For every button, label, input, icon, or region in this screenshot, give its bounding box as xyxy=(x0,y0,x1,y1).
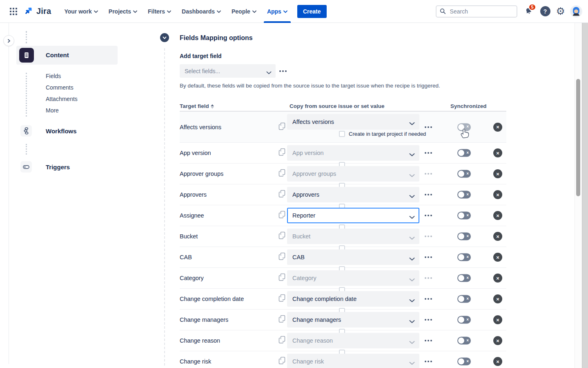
row-more-button[interactable] xyxy=(425,211,432,220)
source-value-select[interactable]: Bucket xyxy=(287,229,419,244)
copy-icon[interactable] xyxy=(278,336,285,346)
copy-icon[interactable] xyxy=(278,148,285,158)
add-target-field-select[interactable]: Select fields... xyxy=(180,64,276,78)
nav-item-your-work[interactable]: Your work xyxy=(60,5,102,18)
remove-field-button[interactable]: × xyxy=(493,169,502,178)
sidebar-subitem-comments[interactable]: Comments xyxy=(46,82,78,93)
copy-icon[interactable] xyxy=(278,294,285,304)
source-value-select[interactable]: Approvers xyxy=(287,187,419,202)
remove-field-button[interactable]: × xyxy=(493,211,502,220)
row-more-button[interactable] xyxy=(425,190,432,200)
row-more-button[interactable] xyxy=(425,357,432,366)
sidebar-item-content[interactable]: Content xyxy=(16,46,118,65)
remove-field-button[interactable]: × xyxy=(493,294,502,303)
synchronized-toggle[interactable]: × xyxy=(457,254,471,261)
remove-field-button[interactable]: × xyxy=(493,274,502,283)
source-value-select[interactable]: Change risk xyxy=(287,354,419,368)
source-value-select[interactable]: Category xyxy=(287,270,419,286)
synchronized-toggle[interactable]: × xyxy=(457,295,471,303)
source-value-select[interactable]: CAB xyxy=(287,249,419,265)
sidebar-expand-button[interactable] xyxy=(3,35,14,46)
synchronized-toggle[interactable]: × xyxy=(457,316,471,324)
copy-icon[interactable] xyxy=(278,122,285,132)
nav-item-projects[interactable]: Projects xyxy=(105,5,141,18)
scrollbar-track[interactable] xyxy=(575,23,582,368)
notifications-button[interactable]: 5 xyxy=(523,6,535,17)
sidebar-subitem-more[interactable]: More xyxy=(46,105,78,116)
source-value-select[interactable]: Change managers xyxy=(287,312,419,328)
nav-item-dashboards[interactable]: Dashboards xyxy=(178,5,225,18)
synchronized-toggle[interactable]: × xyxy=(457,233,471,240)
copy-icon[interactable] xyxy=(278,190,285,200)
row-more-button[interactable] xyxy=(425,169,432,179)
synchronized-toggle[interactable]: × xyxy=(457,358,471,366)
window-edge-strip xyxy=(582,23,588,368)
app-switcher-icon[interactable] xyxy=(7,4,20,18)
nav-item-apps[interactable]: Apps xyxy=(263,5,292,18)
section-collapse-button[interactable] xyxy=(160,33,169,42)
row-more-button[interactable] xyxy=(425,122,432,132)
source-value-select[interactable]: Reporter xyxy=(287,208,419,223)
copy-icon[interactable] xyxy=(278,274,285,283)
search-input[interactable] xyxy=(449,8,513,15)
copy-icon[interactable] xyxy=(278,315,285,325)
column-target-field[interactable]: Target field xyxy=(180,103,214,109)
row-more-button[interactable] xyxy=(425,315,432,325)
help-button[interactable]: ? xyxy=(540,6,550,16)
synchronized-toggle[interactable]: × xyxy=(457,149,471,157)
copy-icon[interactable] xyxy=(278,253,285,262)
sidebar-item-triggers[interactable]: Triggers xyxy=(20,161,32,173)
source-value-select[interactable]: Affects versions xyxy=(287,114,419,130)
scrollbar-thumb[interactable] xyxy=(576,79,580,196)
remove-field-button[interactable]: × xyxy=(493,253,502,262)
synchronized-toggle[interactable]: × xyxy=(457,170,471,178)
remove-field-button[interactable]: × xyxy=(493,232,502,241)
remove-field-button[interactable]: × xyxy=(493,190,502,199)
table-row: Change risk Change risk × × xyxy=(180,351,506,368)
synchronized-toggle[interactable]: × xyxy=(457,212,471,220)
remove-field-button[interactable]: × xyxy=(493,315,502,324)
source-value-select[interactable]: Change completion date xyxy=(287,291,419,307)
checkbox[interactable] xyxy=(339,131,345,137)
synchronized-toggle[interactable]: × xyxy=(457,191,471,199)
nav-item-people[interactable]: People xyxy=(227,5,261,18)
copy-icon[interactable] xyxy=(278,232,285,241)
synchronized-toggle[interactable]: × xyxy=(457,123,471,131)
remove-field-button[interactable]: × xyxy=(493,148,502,157)
toggle-off-x-icon: × xyxy=(466,213,469,218)
row-more-button[interactable] xyxy=(425,252,432,262)
copy-icon[interactable] xyxy=(278,169,285,179)
user-avatar[interactable] xyxy=(571,6,581,17)
remove-field-button[interactable]: × xyxy=(493,123,502,132)
table-row: Change managers Change managers × × xyxy=(180,310,506,330)
add-field-more-button[interactable] xyxy=(279,66,287,76)
toggle-knob xyxy=(458,296,464,302)
table-row: Bucket Bucket × × xyxy=(180,226,506,247)
source-value-select[interactable]: Approver groups xyxy=(287,166,419,182)
row-more-button[interactable] xyxy=(425,336,432,346)
remove-field-button[interactable]: × xyxy=(493,336,502,345)
row-more-button[interactable] xyxy=(425,294,432,304)
synchronized-toggle[interactable]: × xyxy=(457,337,471,345)
search-box[interactable] xyxy=(436,5,517,18)
settings-gear-icon[interactable]: ⚙ xyxy=(556,6,565,16)
select-value: Approver groups xyxy=(292,171,336,177)
sidebar-item-workflows[interactable]: Workflows xyxy=(20,125,32,137)
copy-icon[interactable] xyxy=(278,357,285,366)
meatball-menu-icon xyxy=(425,361,432,362)
synchronized-toggle[interactable]: × xyxy=(457,274,471,282)
remove-field-button[interactable]: × xyxy=(493,357,502,366)
sidebar-subitem-attachments[interactable]: Attachments xyxy=(46,93,78,105)
source-value-select[interactable]: App version xyxy=(287,145,419,161)
jira-logo[interactable]: Jira xyxy=(24,6,51,16)
create-button[interactable]: Create xyxy=(297,5,327,18)
source-value-select[interactable]: Change reason xyxy=(287,333,419,348)
sidebar-subitem-fields[interactable]: Fields xyxy=(46,70,78,82)
row-more-button[interactable] xyxy=(425,148,432,158)
row-more-button[interactable] xyxy=(425,273,432,283)
toggle-off-x-icon: × xyxy=(466,172,469,176)
nav-item-filters[interactable]: Filters xyxy=(144,5,175,18)
close-icon: × xyxy=(496,150,499,156)
copy-icon[interactable] xyxy=(278,211,285,220)
row-more-button[interactable] xyxy=(425,231,432,241)
